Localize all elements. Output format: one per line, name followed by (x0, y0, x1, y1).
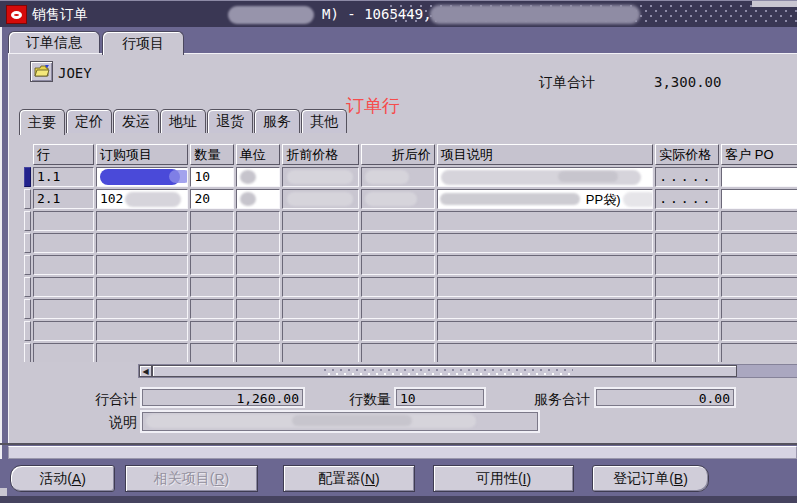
bottom-frame-strip (0, 496, 797, 503)
user-context-label: JOEY (58, 65, 92, 81)
folder-button[interactable] (30, 61, 53, 82)
record-selector[interactable] (24, 167, 31, 187)
cell-unit[interactable] (236, 189, 280, 209)
table-row: 2.1 102 20 PP袋) (24, 189, 797, 209)
oracle-icon (6, 5, 27, 24)
cell-list-price (282, 189, 359, 209)
actions-button[interactable]: 活动(A) (10, 465, 115, 492)
cell-list-price (282, 167, 359, 187)
redacted-blob (287, 192, 353, 206)
subtab-pricing[interactable]: 定价 (66, 109, 112, 133)
order-total-value: 3,300.00 (654, 74, 721, 90)
redacted-blob (125, 192, 181, 207)
cell-qty[interactable]: 20 (190, 189, 233, 209)
cell-net-price (361, 167, 435, 187)
cell-net-price (361, 189, 435, 209)
redacted-blob (440, 193, 580, 205)
service-total-field: 0.00 (594, 387, 736, 408)
sales-order-window: 销售订单 M) - 1065449, 订单信息 行项目 JOEY 订单合计 3,… (0, 0, 797, 503)
col-header-description: 项目说明 (437, 144, 653, 165)
cell-unit[interactable] (236, 167, 280, 187)
col-header-item: 订购项目 (96, 144, 189, 165)
description-label: 说明 (65, 414, 137, 432)
line-qty-label: 行数量 (319, 391, 391, 409)
cell-customer-po[interactable] (721, 189, 797, 209)
table-header-row: 行 订购项目 数量 单位 折前价格 折后价 项目说明 实际价格 客户 PO (24, 144, 797, 165)
order-total-label: 订单合计 (539, 74, 595, 92)
redacted-blob (292, 415, 412, 426)
related-items-button: 相关项目(R) (125, 465, 258, 492)
redacted-blob (240, 170, 256, 184)
col-header-line: 行 (33, 144, 94, 165)
table-row: 1.1 1 10 ..... (24, 167, 797, 187)
separator-line (0, 443, 797, 445)
open-folder-icon (34, 65, 50, 78)
cell-item[interactable]: 1 (96, 167, 189, 187)
scrollbar-grip (323, 368, 573, 376)
col-header-unit: 单位 (236, 144, 280, 165)
col-header-actual-price: 实际价格 (655, 144, 719, 165)
table-row-empty (24, 321, 797, 341)
scrollbar-thumb[interactable] (152, 365, 737, 377)
record-selector[interactable] (24, 321, 31, 341)
order-lines-annotation: 订单行 (346, 94, 400, 118)
sub-tab-row: 主要 定价 发运 地址 退货 服务 其他 (19, 109, 348, 134)
subtab-main[interactable]: 主要 (19, 109, 65, 135)
redacted-blob (558, 171, 618, 182)
line-total-field: 1,260.00 (140, 387, 305, 408)
col-header-customer-po: 客户 PO (721, 144, 797, 165)
resize-corner (0, 488, 7, 496)
redacted-blob (287, 170, 353, 184)
scroll-left-icon[interactable]: ◀ (139, 365, 152, 377)
line-total-label: 行合计 (41, 391, 137, 409)
line-qty-field: 10 (394, 387, 486, 408)
description-field[interactable] (140, 410, 540, 433)
col-header-net-price: 折后价 (361, 144, 435, 165)
table-row-empty (24, 277, 797, 297)
table-row-empty (24, 233, 797, 253)
cell-customer-po[interactable] (721, 167, 797, 187)
redacted-blob (365, 192, 417, 206)
cell-actual-price: ..... (655, 189, 719, 209)
availability-button[interactable]: 可用性(I) (433, 465, 574, 492)
cell-line: 1.1 (33, 167, 94, 187)
subtab-others[interactable]: 其他 (301, 109, 347, 133)
configurator-button[interactable]: 配置器(N) (283, 465, 415, 492)
cell-description[interactable] (437, 167, 653, 187)
tab-order-information[interactable]: 订单信息 (8, 31, 100, 54)
cell-actual-price: ..... (655, 167, 719, 187)
record-selector[interactable] (24, 299, 31, 319)
subtab-address[interactable]: 地址 (160, 109, 206, 133)
main-tab-row: 订单信息 行项目 (0, 27, 797, 54)
selection-highlight-blob (100, 169, 180, 185)
record-selector[interactable] (24, 343, 31, 362)
subtab-returns[interactable]: 退货 (207, 109, 253, 133)
window-title-order-number: M) - 1065449, (322, 6, 432, 22)
subtab-service[interactable]: 服务 (254, 109, 300, 133)
record-selector[interactable] (24, 211, 31, 231)
redacted-blob (623, 192, 653, 207)
cell-description[interactable]: PP袋) (437, 189, 653, 209)
record-selector[interactable] (24, 189, 31, 209)
record-selector[interactable] (24, 233, 31, 253)
record-selector[interactable] (24, 277, 31, 297)
background-window-fragment (752, 1, 797, 7)
redacted-blob (430, 5, 640, 24)
col-header-qty: 数量 (190, 144, 233, 165)
table-row-empty (24, 343, 797, 362)
record-selector[interactable] (24, 255, 31, 275)
table-horizontal-scrollbar[interactable]: ◀ (138, 364, 797, 378)
cell-qty[interactable]: 10 (190, 167, 233, 187)
table-row-empty (24, 211, 797, 231)
table-row-empty (24, 255, 797, 275)
cell-item[interactable]: 102 (96, 189, 189, 209)
book-order-button[interactable]: 登记订单(B) (592, 465, 709, 492)
redacted-blob (240, 192, 256, 206)
subtab-shipping[interactable]: 发运 (113, 109, 159, 133)
line-items-panel: JOEY 订单合计 3,300.00 订单行 主要 定价 发运 地址 退货 服务… (8, 53, 797, 445)
col-header-list-price: 折前价格 (282, 144, 359, 165)
redacted-blob (228, 6, 314, 24)
tab-line-items[interactable]: 行项目 (102, 31, 184, 55)
window-frame-edge (0, 27, 2, 495)
form-horizontal-scrollbar[interactable] (8, 446, 797, 459)
